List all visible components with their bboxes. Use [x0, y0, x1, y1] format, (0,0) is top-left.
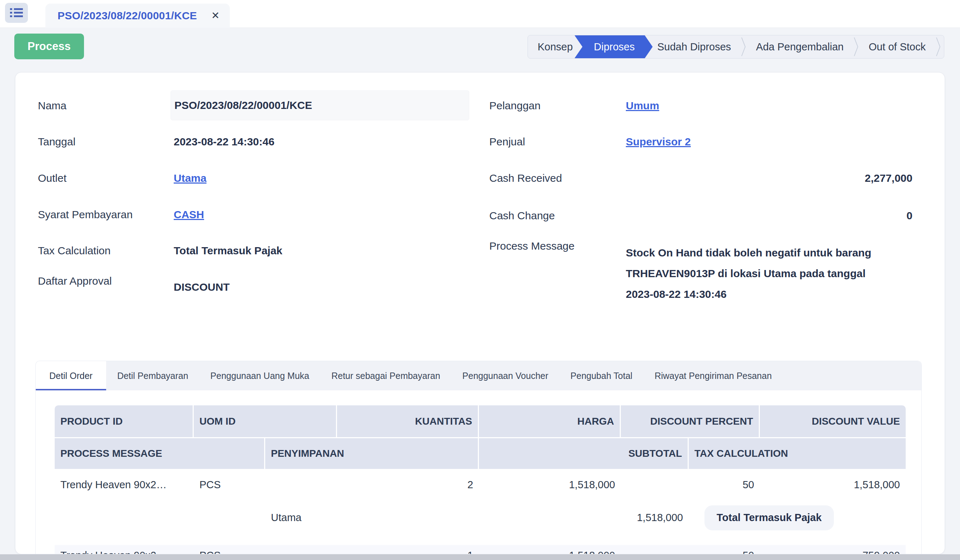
table-header-row-2: PROCESS MESSAGE PENYIMPANAN SUBTOTAL TAX…: [55, 437, 906, 469]
tax-calculation-value: Total Termasuk Pajak: [174, 243, 282, 258]
tab-penggunaan-voucher[interactable]: Penggunaan Voucher: [451, 361, 560, 390]
cash-change-label: Cash Change: [489, 208, 555, 223]
tab-penggunaan-uang-muka[interactable]: Penggunaan Uang Muka: [200, 361, 321, 390]
pipeline-step-ada-pengembalian[interactable]: Ada Pengembalian: [746, 35, 853, 58]
document-tab-title: PSO/2023/08/22/00001/KCE: [58, 10, 197, 22]
penjual-link[interactable]: Supervisor 2: [626, 134, 691, 149]
nama-field[interactable]: PSO/2023/08/22/00001/KCE: [171, 90, 469, 120]
row-process-message: [55, 501, 265, 534]
header-product-id: PRODUCT ID: [55, 405, 194, 437]
row-harga: 1,518,000: [479, 469, 621, 501]
cash-received-label: Cash Received: [489, 171, 562, 186]
pipeline-step-sudah-diproses[interactable]: Sudah Diproses: [648, 35, 741, 58]
detail-tabs: Detil Order Detil Pembayaran Penggunaan …: [36, 361, 922, 390]
header-penyimpanan: PENYIMPANAN: [265, 437, 479, 469]
document-tab[interactable]: PSO/2023/08/22/00001/KCE ✕: [45, 3, 230, 28]
menu-list-button[interactable]: [5, 3, 28, 23]
status-pipeline: Konsep Diproses Sudah Diproses Ada Penge…: [528, 35, 944, 59]
outlet-link[interactable]: Utama: [174, 171, 206, 186]
tab-detil-pembayaran[interactable]: Detil Pembayaran: [106, 361, 200, 390]
tax-calculation-label: Tax Calculation: [38, 243, 110, 258]
row-product-id: Trendy Heaven 90x2…: [55, 469, 194, 501]
outlet-label: Outlet: [38, 171, 67, 186]
daftar-approval-value: DISCOUNT: [174, 280, 230, 295]
row-tax-calculation: Total Termasuk Pajak: [689, 501, 906, 534]
chevron-right-icon: [741, 36, 746, 58]
row-subtotal: 1,518,000: [479, 501, 689, 534]
header-uom-id: UOM ID: [194, 405, 337, 437]
order-detail-card: Nama PSO/2023/08/22/00001/KCE Tanggal 20…: [15, 72, 945, 554]
tax-calculation-badge: Total Termasuk Pajak: [704, 505, 834, 530]
tab-pengubah-total[interactable]: Pengubah Total: [559, 361, 643, 390]
process-message-label: Process Message: [489, 239, 574, 254]
pipeline-step-konsep[interactable]: Konsep: [528, 35, 582, 58]
row-discount-value: 1,518,000: [760, 469, 906, 501]
tab-detil-order[interactable]: Detil Order: [36, 361, 106, 390]
table-row[interactable]: Trendy Heaven 90x2… PCS 2 1,518,000 50 1…: [55, 469, 906, 501]
horizontal-scrollbar[interactable]: [0, 554, 960, 560]
pelanggan-label: Pelanggan: [489, 98, 541, 113]
row-divider: [55, 534, 906, 545]
pipeline-step-diproses-active[interactable]: Diproses: [575, 35, 653, 58]
chevron-right-icon: [853, 36, 859, 58]
table-row[interactable]: Trendy Heaven 90x2… PCS 1 1,518,000 50 7…: [55, 545, 906, 554]
row-discount-value: 759,000: [760, 545, 906, 554]
header-kuantitas: KUANTITAS: [337, 405, 479, 437]
header-subtotal: SUBTOTAL: [479, 437, 689, 469]
nama-label: Nama: [38, 98, 67, 113]
table-row-secondary[interactable]: Utama 1,518,000 Total Termasuk Pajak: [55, 501, 906, 534]
row-uom-id: PCS: [194, 469, 337, 501]
syarat-pembayaran-link[interactable]: CASH: [174, 207, 204, 222]
tanggal-value: 2023-08-22 14:30:46: [174, 134, 275, 149]
order-items-table: PRODUCT ID UOM ID KUANTITAS HARGA DISCOU…: [55, 405, 906, 554]
nama-value: PSO/2023/08/22/00001/KCE: [174, 99, 312, 112]
penjual-label: Penjual: [489, 134, 525, 149]
pipeline-step-out-of-stock[interactable]: Out of Stock: [859, 35, 935, 58]
row-harga: 1,518,000: [479, 545, 621, 554]
tanggal-label: Tanggal: [38, 134, 75, 149]
cash-change-value: 0: [623, 208, 912, 223]
process-button[interactable]: Process: [14, 34, 84, 59]
row-uom-id: PCS: [194, 545, 337, 554]
table-header-row-1: PRODUCT ID UOM ID KUANTITAS HARGA DISCOU…: [55, 405, 906, 437]
tab-retur-sebagai-pembayaran[interactable]: Retur sebagai Pembayaran: [320, 361, 451, 390]
header-discount-percent: DISCOUNT PERCENT: [621, 405, 760, 437]
top-tab-bar: PSO/2023/08/22/00001/KCE ✕: [0, 0, 960, 28]
header-discount-value: DISCOUNT VALUE: [760, 405, 906, 437]
syarat-pembayaran-label: Syarat Pembayaran: [38, 207, 133, 222]
list-icon: [10, 8, 23, 18]
process-message-value: Stock On Hand tidak boleh negatif untuk …: [626, 243, 880, 305]
close-tab-icon[interactable]: ✕: [211, 11, 219, 21]
cash-received-value: 2,277,000: [623, 171, 912, 186]
chevron-right-icon: [935, 36, 941, 58]
pelanggan-link[interactable]: Umum: [626, 98, 659, 113]
detail-tabs-panel: Detil Order Detil Pembayaran Penggunaan …: [35, 361, 922, 554]
header-harga: HARGA: [479, 405, 621, 437]
tab-riwayat-pengiriman-pesanan[interactable]: Riwayat Pengiriman Pesanan: [643, 361, 783, 390]
header-tax-calculation: TAX CALCULATION: [689, 437, 906, 469]
row-discount-percent: 50: [621, 469, 760, 501]
header-process-message: PROCESS MESSAGE: [55, 437, 265, 469]
row-penyimpanan: Utama: [265, 501, 479, 534]
row-discount-percent: 50: [621, 545, 760, 554]
row-product-id: Trendy Heaven 90x2…: [55, 545, 194, 554]
daftar-approval-label: Daftar Approval: [38, 274, 112, 289]
row-kuantitas: 2: [337, 469, 479, 501]
row-kuantitas: 1: [337, 545, 479, 554]
